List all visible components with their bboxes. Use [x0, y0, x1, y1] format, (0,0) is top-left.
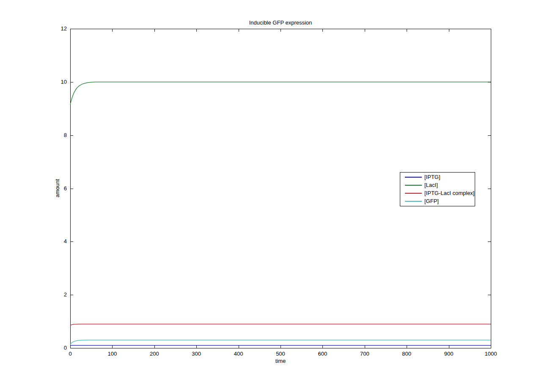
legend-line-sample [405, 177, 422, 178]
y-axis-label: amount [54, 179, 61, 197]
x-tick-label: 300 [192, 351, 201, 357]
figure-canvas: 0100200300400500600700800900100002468101… [0, 0, 542, 392]
x-tick-label: 400 [234, 351, 243, 357]
y-tick-label: 0 [64, 345, 67, 351]
x-tick-label: 100 [108, 351, 117, 357]
legend-line-sample [405, 185, 422, 186]
legend-item: [GFP] [405, 197, 475, 206]
y-tick-label: 6 [64, 185, 67, 192]
y-tick-label: 2 [64, 291, 67, 298]
x-tick-label: 800 [402, 351, 411, 357]
legend-label: [GFP] [424, 198, 439, 204]
series-line-2 [70, 324, 491, 325]
series-line-1 [70, 82, 491, 104]
y-tick-label: 4 [64, 238, 67, 244]
x-tick-label: 200 [150, 351, 159, 357]
legend-item: [IPTG] [405, 173, 475, 181]
legend-item: [LacI] [405, 181, 475, 189]
x-tick-label: 600 [318, 351, 327, 357]
legend-line-sample [405, 193, 422, 194]
y-tick-label: 10 [61, 79, 67, 85]
chart-title: Inducible GFP expression [70, 20, 491, 26]
x-tick-label: 700 [360, 351, 369, 357]
legend-label: [IPTG] [424, 174, 440, 180]
legend: [IPTG] [LacI] [IPTG-LacI complex] [GFP] [400, 172, 475, 206]
x-axis-label: time [70, 358, 491, 364]
x-tick-label: 500 [276, 351, 285, 357]
legend-label: [IPTG-LacI complex] [424, 190, 474, 196]
series-line-3 [70, 340, 491, 344]
x-tick-label: 0 [69, 351, 72, 357]
y-tick-label: 8 [64, 132, 67, 138]
y-tick-label: 12 [61, 25, 67, 32]
x-tick-label: 1000 [485, 351, 497, 357]
legend-label: [LacI] [424, 182, 438, 188]
x-tick-label: 900 [444, 351, 454, 357]
legend-line-sample [405, 201, 422, 202]
legend-item: [IPTG-LacI complex] [405, 189, 475, 197]
